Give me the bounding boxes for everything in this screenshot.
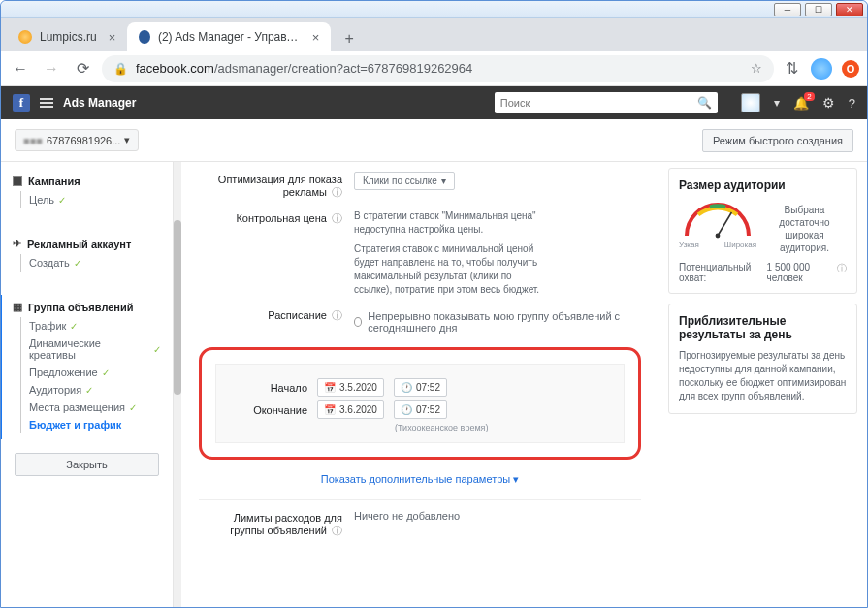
- end-label: Окончание: [230, 404, 307, 416]
- svg-line-0: [718, 212, 731, 236]
- account-selector[interactable]: ■■■ 67876981926... ▾: [15, 129, 139, 151]
- optimization-dropdown[interactable]: Клики по ссылке▾: [354, 172, 455, 190]
- calendar-icon: 📅: [324, 404, 336, 415]
- nav-audience[interactable]: Аудитория✓: [29, 381, 161, 399]
- lock-icon: 🔒: [113, 62, 128, 76]
- quick-create-button[interactable]: Режим быстрого создания: [702, 129, 853, 152]
- chevron-down-icon: ▾: [441, 176, 446, 186]
- omnibox[interactable]: 🔒 facebook.com/adsmanager/creation?act=6…: [102, 55, 774, 82]
- close-panel-button[interactable]: Закрыть: [15, 453, 159, 476]
- timezone-note: (Тихоокеанское время): [395, 423, 610, 432]
- nav-adset[interactable]: ▦Группа объявлений: [13, 301, 161, 313]
- tab-label: Lumpics.ru: [40, 30, 97, 44]
- equalizer-icon[interactable]: ⇅: [782, 59, 801, 79]
- clock-icon: 🕐: [401, 382, 412, 393]
- tab-label: (2) Ads Manager - Управление р: [158, 30, 301, 44]
- nav-traffic[interactable]: Трафик✓: [29, 317, 161, 335]
- calendar-icon: 📅: [324, 382, 336, 393]
- gauge-text: Выбрана достаточно широкая аудитория.: [762, 204, 847, 254]
- nav-goal[interactable]: Цель✓: [29, 191, 161, 208]
- sidebar-scrollbar[interactable]: [174, 162, 181, 607]
- optimization-label: Оптимизация для показа рекламы ⓘ: [199, 172, 354, 200]
- right-sidebar: Размер аудитории УзкаяШирок: [659, 162, 867, 607]
- user-dropdown[interactable]: ▾: [774, 96, 780, 110]
- schedule-radio-continuous[interactable]: Непрерывно показывать мою группу объявле…: [354, 310, 641, 334]
- back-button[interactable]: ←: [9, 57, 32, 80]
- window-titlebar: ─ ☐ ✕: [1, 1, 867, 18]
- account-id: 67876981926...: [47, 135, 120, 146]
- menu-icon[interactable]: [40, 98, 53, 108]
- limits-value: Ничего не добавлено: [354, 510, 641, 538]
- price-label: Контрольная цена ⓘ: [199, 209, 354, 297]
- price-desc2: Стратегия ставок с минимальной ценой буд…: [354, 242, 548, 297]
- info-icon[interactable]: ⓘ: [332, 309, 342, 321]
- extension-icon[interactable]: O: [842, 60, 859, 78]
- favicon-icon: [18, 30, 32, 44]
- info-icon[interactable]: ⓘ: [837, 262, 847, 283]
- end-time-input[interactable]: 🕐07:52: [394, 400, 447, 419]
- nav-adaccount[interactable]: ✈Рекламный аккаунт: [13, 238, 161, 250]
- show-more-link[interactable]: Показать дополнительные параметры ▾: [199, 473, 641, 486]
- notifications-icon[interactable]: 🔔2: [793, 96, 809, 111]
- url-text: facebook.com/adsmanager/creation?act=678…: [136, 61, 472, 76]
- fb-header: f Ads Manager 🔍 ▾ 🔔2 ⚙ ?: [1, 86, 867, 119]
- results-title: Приблизительные результаты за день: [679, 314, 847, 341]
- help-icon[interactable]: ?: [849, 96, 855, 111]
- start-date-input[interactable]: 📅3.5.2020: [317, 378, 384, 397]
- user-avatar-icon[interactable]: [741, 93, 760, 112]
- info-icon[interactable]: ⓘ: [332, 212, 342, 224]
- browser-tabs: Lumpics.ru × (2) Ads Manager - Управлени…: [1, 18, 867, 51]
- star-icon[interactable]: ☆: [751, 61, 762, 76]
- new-tab-button[interactable]: +: [337, 26, 362, 51]
- nav-dynamic[interactable]: Динамические креативы✓: [29, 335, 161, 364]
- settings-gear-icon[interactable]: ⚙: [822, 95, 835, 111]
- nav-campaign[interactable]: Кампания: [13, 176, 161, 187]
- close-window-button[interactable]: ✕: [836, 3, 863, 16]
- start-time-input[interactable]: 🕐07:52: [394, 378, 447, 397]
- maximize-button[interactable]: ☐: [805, 3, 832, 16]
- subheader: ■■■ 67876981926... ▾ Режим быстрого созд…: [1, 119, 867, 162]
- search-box[interactable]: 🔍: [495, 92, 718, 113]
- clock-icon: 🕐: [401, 404, 412, 415]
- left-sidebar: Кампания Цель✓ ✈Рекламный аккаунт Создат…: [1, 162, 174, 607]
- audience-title: Размер аудитории: [679, 178, 847, 192]
- browser-tab-lumpics[interactable]: Lumpics.ru ×: [7, 22, 127, 51]
- chevron-down-icon: ▾: [124, 134, 130, 146]
- forward-button[interactable]: →: [40, 57, 63, 80]
- schedule-highlight-box: Начало 📅3.5.2020 🕐07:52 Окончание 📅3.6.2…: [199, 347, 641, 460]
- limits-label: Лимиты расходов для группы объявлений ⓘ: [199, 510, 354, 538]
- svg-point-1: [716, 234, 721, 239]
- fb-logo-icon[interactable]: f: [13, 94, 30, 112]
- close-tab-icon[interactable]: ×: [312, 30, 320, 45]
- nav-placement[interactable]: Места размещения✓: [29, 399, 161, 416]
- close-tab-icon[interactable]: ×: [109, 30, 116, 45]
- app-title: Ads Manager: [63, 96, 136, 110]
- schedule-label: Расписание ⓘ: [199, 306, 354, 337]
- gauge-icon: [679, 200, 756, 240]
- info-icon[interactable]: ⓘ: [332, 525, 342, 536]
- minimize-button[interactable]: ─: [774, 3, 801, 16]
- profile-avatar[interactable]: [811, 58, 832, 80]
- address-bar: ← → ⟳ 🔒 facebook.com/adsmanager/creation…: [1, 51, 867, 86]
- form-panel: Оптимизация для показа рекламы ⓘ Клики п…: [181, 162, 659, 607]
- audience-size-card: Размер аудитории УзкаяШирок: [668, 168, 857, 294]
- price-desc: В стратегии ставок "Минимальная цена" не…: [354, 209, 548, 237]
- favicon-icon: [139, 30, 150, 44]
- reach-value: 1 500 000 человек: [767, 262, 837, 283]
- results-body: Прогнозируемые результаты за день недост…: [679, 349, 847, 403]
- info-icon[interactable]: ⓘ: [332, 186, 342, 198]
- nav-offer[interactable]: Предложение✓: [29, 364, 161, 381]
- reach-label: Потенциальный охват:: [679, 262, 767, 283]
- nav-budget[interactable]: Бюджет и график: [29, 416, 161, 433]
- start-label: Начало: [230, 382, 307, 394]
- browser-tab-adsmanager[interactable]: (2) Ads Manager - Управление р ×: [127, 22, 331, 51]
- search-icon[interactable]: 🔍: [697, 96, 712, 110]
- search-input[interactable]: [500, 97, 697, 109]
- reload-button[interactable]: ⟳: [71, 57, 94, 80]
- results-card: Приблизительные результаты за день Прогн…: [668, 304, 857, 414]
- nav-create[interactable]: Создать✓: [29, 254, 161, 272]
- end-date-input[interactable]: 📅3.6.2020: [317, 400, 384, 419]
